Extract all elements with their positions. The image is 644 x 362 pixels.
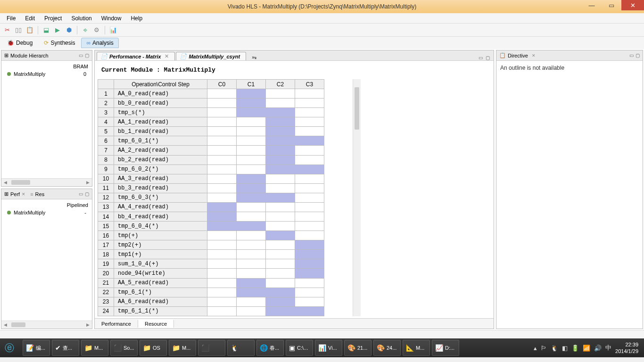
tray-battery-icon[interactable]: 🔋 (571, 345, 579, 352)
table-row[interactable]: 2bb_0_read(read) (98, 99, 324, 108)
table-row[interactable]: 10AA_3_read(read) (98, 174, 324, 183)
table-row[interactable]: 11bb_3_read(read) (98, 183, 324, 193)
taskbar-item[interactable]: 📁M... (81, 340, 108, 356)
copy-icon[interactable]: ▯▯ (14, 26, 23, 34)
table-row[interactable]: 5bb_1_read(read) (98, 127, 324, 136)
column-pipelined: Pipelined (67, 202, 88, 208)
table-row[interactable]: 18tmp1(+) (98, 250, 324, 259)
table-row[interactable]: 12tmp_6_0_3(*) (98, 193, 324, 202)
editor-tab-performance[interactable]: 📄 Performance - Matrix ✕ (97, 52, 175, 60)
tray-ime-icon[interactable]: 中 (605, 344, 611, 352)
tree-row[interactable]: MatrixMultiply 0 (3, 70, 90, 78)
menu-window[interactable]: Window (97, 14, 126, 23)
table-row[interactable]: 20node_94(write) (98, 269, 324, 278)
table-row[interactable]: 6tmp_6_0_1(*) (98, 136, 324, 146)
res-tab[interactable]: Res (35, 191, 45, 197)
close-button[interactable]: ✕ (621, 0, 644, 10)
table-row[interactable]: 23AA_6_read(read) (98, 297, 324, 306)
taskbar-item[interactable]: 🎨24... (373, 340, 401, 356)
bottom-tab-performance[interactable]: Performance (95, 320, 138, 328)
taskbar-item[interactable]: 📝编... (23, 340, 50, 356)
tray-qq-icon[interactable]: 🐧 (551, 345, 558, 352)
table-row[interactable]: 4AA_1_read(read) (98, 117, 324, 127)
table-row[interactable]: 3tmp_s(*) (98, 108, 324, 117)
taskbar-item[interactable]: ⬛So... (110, 340, 138, 356)
compare-icon[interactable]: ⬓ (42, 26, 50, 34)
scrollbar-horizontal[interactable]: ◀ ▶ (1, 178, 92, 186)
cycle-cell (295, 108, 324, 117)
settings-icon[interactable]: ⚙ (92, 26, 101, 34)
minimize-editor-icon[interactable]: ▭ (479, 55, 483, 60)
cut-icon[interactable]: ✂ (3, 26, 11, 34)
paste-icon[interactable]: 📋 (25, 26, 34, 34)
bottom-tab-resource[interactable]: Resource (138, 320, 174, 328)
table-row[interactable]: 16tmp(+) (98, 231, 324, 240)
tree-row[interactable]: MatrixMultiply - (3, 209, 90, 216)
table-row[interactable]: 22tmp_6_1(*) (98, 288, 324, 297)
table-row[interactable]: 19sum_1_0_4(+) (98, 259, 324, 269)
table-row[interactable]: 8bb_2_read(read) (98, 155, 324, 165)
menu-solution[interactable]: Solution (66, 14, 96, 23)
tray-flag-icon[interactable]: 🏳 (541, 345, 547, 352)
menu-project[interactable]: Project (40, 14, 66, 23)
menu-edit[interactable]: Edit (20, 14, 40, 23)
perspective-analysis[interactable]: ∞Analysis (81, 38, 118, 48)
taskbar-item[interactable]: 🎨21... (344, 340, 372, 356)
table-row[interactable]: 24tmp_6_1_1(*) (98, 306, 324, 316)
minimize-button[interactable]: — (582, 0, 602, 10)
directive-icon: 📋 (499, 52, 506, 58)
perspective-synthesis[interactable]: ⟳Synthesis (39, 38, 80, 48)
table-row[interactable]: 15tmp_6_0_4(*) (98, 222, 324, 231)
maximize-panel-icon[interactable]: ▢ (636, 53, 640, 58)
minimize-panel-icon[interactable]: ▭ (79, 53, 83, 58)
taskbar-item[interactable]: ✔查... (52, 340, 79, 356)
table-row[interactable]: 7AA_2_read(read) (98, 146, 324, 155)
more-tabs[interactable]: »₂ (249, 54, 259, 60)
minimize-panel-icon[interactable]: ▭ (629, 53, 634, 58)
scrollbar-vertical[interactable] (353, 79, 361, 316)
maximize-panel-icon[interactable]: ▢ (85, 53, 89, 58)
close-tab-icon[interactable]: ✕ (532, 53, 536, 58)
clock[interactable]: 22:39 2014/1/29 (615, 341, 638, 354)
taskbar-item[interactable]: 📊Vi... (315, 340, 342, 356)
table-row[interactable]: 1AA_0_read(read) (98, 89, 324, 99)
close-tab-icon[interactable]: ✕ (22, 192, 25, 197)
taskbar-item[interactable]: 🌐春... (256, 340, 284, 356)
table-row[interactable]: 21AA_5_read(read) (98, 278, 324, 288)
export-icon[interactable]: ⎆ (81, 26, 90, 34)
editor-tab-csynt[interactable]: 📄 MatrixMultiply_csynt (176, 52, 246, 60)
cycle-cell (295, 193, 324, 202)
row-number: 16 (98, 231, 114, 240)
taskbar-item[interactable]: 📁M... (169, 340, 196, 356)
tray-volume-icon[interactable]: 🔊 (594, 345, 602, 352)
tray-app-icon[interactable]: ◧ (562, 345, 568, 352)
close-tab-icon[interactable]: ✕ (165, 53, 169, 59)
build-icon[interactable]: ⬢ (65, 26, 73, 34)
taskbar-item[interactable]: ▣C:\... (286, 340, 313, 356)
table-row[interactable]: 9tmp_6_0_2(*) (98, 165, 324, 174)
report-icon[interactable]: 📊 (109, 26, 117, 34)
taskbar-item[interactable]: 📐M... (403, 340, 430, 356)
scrollbar-horizontal[interactable]: ◀ ▶ (1, 321, 92, 329)
perspective-debug[interactable]: 🐞Debug (2, 38, 38, 48)
cycle-cell (207, 202, 237, 212)
maximize-editor-icon[interactable]: ▢ (486, 55, 490, 60)
minimize-panel-icon[interactable]: ▭ (79, 191, 83, 197)
taskbar-ie[interactable]: ⓔ (2, 340, 21, 356)
menu-help[interactable]: Help (126, 14, 147, 23)
maximize-button[interactable]: ▭ (602, 0, 621, 10)
table-row[interactable]: 13AA_4_read(read) (98, 202, 324, 212)
maximize-panel-icon[interactable]: ▢ (85, 191, 89, 197)
taskbar-item[interactable]: ⬛ (198, 340, 225, 356)
tray-network-icon[interactable]: 📶 (583, 345, 590, 352)
menu-file[interactable]: File (2, 14, 20, 23)
table-row[interactable]: 17tmp2(+) (98, 240, 324, 250)
taskbar-item[interactable]: 🐧 (227, 340, 255, 356)
perf-tab[interactable]: Perf (10, 191, 20, 197)
taskbar-item[interactable]: 📁OS (140, 340, 167, 356)
run-icon[interactable]: ▶ (53, 26, 62, 34)
cycle-cell (207, 117, 237, 127)
table-row[interactable]: 14bb_4_read(read) (98, 212, 324, 222)
taskbar-item[interactable]: 📈D:... (432, 340, 459, 356)
tray-up-icon[interactable]: ▴ (534, 345, 537, 352)
